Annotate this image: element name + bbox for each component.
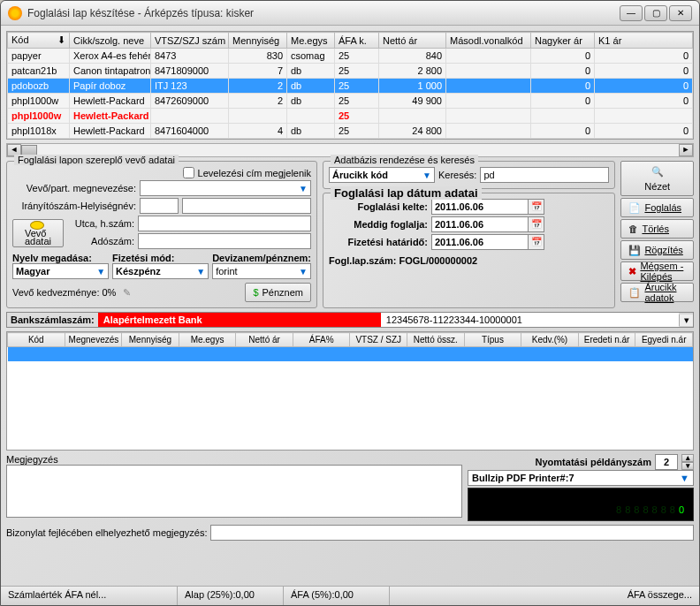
zip-input[interactable] [140, 198, 179, 214]
column-header[interactable]: Nettó ár [236, 333, 293, 347]
copies-input[interactable] [655, 454, 678, 470]
chevron-down-icon: ▼ [96, 267, 105, 276]
payment-combo[interactable]: Készpénz▼ [112, 263, 209, 279]
column-header[interactable]: Me.egys [287, 33, 335, 49]
magnifier-icon: 🔍 [651, 166, 664, 178]
currency-combo[interactable]: forint▼ [212, 263, 311, 279]
column-header[interactable]: Nagyker ár [531, 33, 595, 49]
header-comment-input[interactable] [210, 525, 694, 541]
table-row[interactable]: phpl1000wHewlett-Packard25 [8, 109, 693, 124]
mail-address-label: Levelezési cím megjelenik [198, 168, 311, 178]
mail-address-checkbox[interactable] [183, 167, 194, 178]
column-header[interactable]: ÁFA% [293, 333, 350, 347]
table-row[interactable]: papyerXerox A4-es fehér8473830csomag2584… [8, 49, 693, 64]
view-button[interactable]: 🔍Nézet [620, 161, 694, 196]
window-controls: — ▢ ✕ [620, 5, 692, 21]
column-header[interactable]: Nettó ár [379, 33, 446, 49]
search-field-combo[interactable]: Árucikk kód▼ [329, 167, 435, 183]
customer-name-label: Vevő/part. megnevezése: [12, 183, 136, 193]
comment-printer-row: Megjegyzés Nyomtatási példányszám ▴▾ Bul… [6, 454, 694, 521]
right-buttons: 🔍Nézet 📄Foglalás 🗑Törlés 💾Rögzítés ✖Mégs… [620, 161, 694, 308]
item-data-button[interactable]: 📋Árucikk adatok [620, 283, 694, 302]
items-table-header[interactable]: Kód ⬇Cikk/szolg. neveVTSZ/SZJ számMennyi… [8, 33, 693, 49]
line-items-header[interactable]: KódMegnevezésMennyiségMe.egysNettó árÁFA… [8, 333, 693, 347]
x-icon: ✖ [628, 266, 636, 277]
until-date-input[interactable] [431, 216, 529, 232]
column-header[interactable]: Nettó össz. [407, 333, 465, 347]
column-header[interactable]: VTSZ / SZJ [350, 333, 407, 347]
line-item-selected-row[interactable] [8, 347, 693, 361]
city-input[interactable] [182, 198, 311, 214]
header-comment-row: Bizonylat fejlécében elhelyezhető megjeg… [6, 525, 694, 541]
minimize-button[interactable]: — [620, 5, 643, 21]
bank-dropdown-arrow[interactable]: ▾ [679, 314, 693, 326]
bank-label: Bankszámlaszám: [7, 313, 98, 327]
dates-panel: Foglalási lap dátum adatai Foglalási kel… [323, 193, 615, 308]
column-header[interactable]: Megnevezés [65, 333, 122, 347]
column-header[interactable]: Egyedi n.ár [635, 333, 693, 347]
column-header[interactable]: Me.egys [179, 333, 236, 347]
currency-button[interactable]: $Pénznem [245, 283, 311, 302]
document-icon: 📄 [628, 202, 641, 214]
column-header[interactable]: Mennyiség [122, 333, 179, 347]
search-input[interactable] [480, 167, 609, 183]
trash-icon: 🗑 [628, 223, 638, 234]
money-icon: $ [253, 287, 258, 298]
street-input[interactable] [138, 216, 311, 231]
delete-button[interactable]: 🗑Törlés [620, 219, 694, 239]
cancel-exit-button[interactable]: ✖Mégsem - Kilépés [620, 261, 694, 281]
chevron-down-icon: ▼ [422, 170, 431, 180]
tax-input[interactable] [138, 233, 311, 249]
column-header[interactable]: Cikk/szolg. neve [70, 33, 151, 49]
customer-data-button[interactable]: Vevőadatai [12, 219, 64, 247]
status-vat-base: Alap (25%):0,00 [178, 587, 284, 605]
edit-discount-icon[interactable]: ✎ [123, 287, 131, 299]
table-row[interactable]: patcan21bCanon tintapatron84718090007db2… [8, 64, 693, 79]
column-header[interactable]: K1 ár [595, 33, 693, 49]
close-button[interactable]: ✕ [669, 5, 692, 21]
items-table: Kód ⬇Cikk/szolg. neveVTSZ/SZJ számMennyi… [6, 31, 694, 140]
printer-select[interactable]: Bullzip PDF Printer#:7▼ [468, 470, 694, 486]
discount-label: Vevő kedvezménye: 0% [12, 287, 116, 298]
column-header[interactable]: Kód ⬇ [8, 33, 70, 49]
list-icon: 📋 [628, 287, 641, 299]
comment-textarea[interactable] [6, 465, 462, 518]
line-items-table: KódMegnevezésMennyiségMe.egysNettó árÁFA… [6, 331, 694, 451]
search-label: Keresés: [438, 170, 476, 180]
maximize-button[interactable]: ▢ [644, 5, 667, 21]
table-row[interactable]: phpl1000wHewlett-Packard84726090002db254… [8, 94, 693, 109]
middle-right-column: Adatbázis rendezése és keresés Árucikk k… [323, 161, 615, 308]
comment-label: Megjegyzés [6, 454, 462, 465]
column-header[interactable]: Típus [464, 333, 521, 347]
tax-label: Adószám: [67, 236, 134, 246]
column-header[interactable]: Kedv.(%) [521, 333, 579, 347]
bank-name: Alapértelmezett Bank [98, 313, 381, 327]
chevron-down-icon: ▼ [196, 267, 205, 276]
currency-label: Devizanem/pénznem: [212, 253, 311, 263]
calendar-icon[interactable]: 📅 [529, 199, 544, 215]
column-header[interactable]: Mennyiség [229, 33, 287, 49]
column-header[interactable]: Eredeti n.ár [578, 333, 635, 347]
table-row[interactable]: pdobozbPapír dobozITJ 1232db251 00000 [8, 79, 693, 94]
column-header[interactable]: Kód [8, 333, 65, 347]
table-row[interactable]: phpl1018xHewlett-Packard84716040004db252… [8, 124, 693, 139]
column-header[interactable]: ÁFA k. [335, 33, 379, 49]
calendar-icon[interactable]: 📅 [529, 216, 544, 232]
status-vat-total: ÁFA összege... [390, 587, 699, 605]
scroll-right-button[interactable]: ► [679, 144, 693, 156]
copies-label: Nyomtatási példányszám [536, 457, 651, 467]
seven-segment-display: 88888880 [468, 488, 694, 521]
copies-down[interactable]: ▾ [681, 462, 694, 470]
reserve-button[interactable]: 📄Foglalás [620, 198, 694, 217]
column-header[interactable]: Másodl.vonalkód [446, 33, 531, 49]
column-header[interactable]: VTSZ/SZJ szám [151, 33, 229, 49]
calendar-icon[interactable]: 📅 [529, 234, 544, 250]
document-number: Fogl.lap.szám: FOGL/000000002 [329, 255, 609, 266]
save-button[interactable]: 💾Rögzítés [620, 240, 694, 260]
customer-name-combo[interactable]: ▼ [140, 180, 311, 196]
due-date-input[interactable] [431, 234, 529, 250]
language-combo[interactable]: Magyar▼ [12, 263, 109, 279]
line-items-empty-area [8, 361, 693, 450]
customer-legend: Foglalási lapon szereplő vevő adatai [14, 155, 179, 165]
created-date-input[interactable] [431, 199, 529, 215]
